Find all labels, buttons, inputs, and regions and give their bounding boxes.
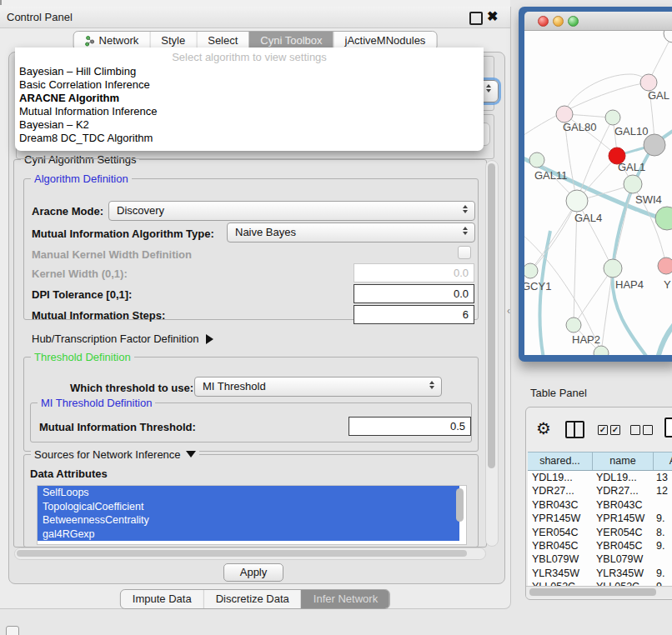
zoom-traffic-light-icon[interactable]: [568, 16, 579, 27]
algorithm-option[interactable]: Basic Correlation Inference: [15, 78, 484, 92]
table-cell: 9.: [652, 512, 672, 525]
network-window-titlebar[interactable]: [524, 12, 672, 31]
panel-divider-handle[interactable]: ‹: [507, 305, 510, 317]
network-node-gal1[interactable]: [624, 175, 642, 193]
table-cell: YLR345W: [528, 567, 592, 580]
network-node-hap4[interactable]: [604, 259, 622, 278]
network-node[interactable]: [594, 346, 609, 355]
column-header-1[interactable]: shared...: [528, 452, 593, 470]
node-label: GCY1: [524, 280, 551, 292]
gear-icon[interactable]: ⚙: [536, 419, 551, 438]
node-label: GAL80: [563, 121, 596, 133]
bottom-tab-infer-network[interactable]: Infer Network: [301, 590, 389, 608]
table-horizontal-scrollbar-thumb[interactable]: [529, 588, 656, 596]
data-attributes-label: Data Attributes: [30, 468, 108, 480]
network-node-gal[interactable]: [640, 74, 657, 91]
checked-checkbox-icon[interactable]: ✓: [610, 425, 620, 435]
attribute-item-selected[interactable]: BetweennessCentrality: [38, 513, 459, 528]
table-header-row: shared...nameA: [528, 452, 672, 471]
close-window-icon[interactable]: ✖: [487, 8, 498, 24]
settings-vertical-scrollbar[interactable]: [485, 160, 499, 547]
bottom-tab-discretize-data[interactable]: Discretize Data: [203, 590, 301, 608]
manual-kernel-checkbox[interactable]: [458, 246, 471, 259]
mi-type-label: Mutual Information Algorithm Type:: [32, 228, 214, 240]
settings-vertical-scrollbar-thumb[interactable]: [488, 163, 495, 468]
kernel-width-field[interactable]: 0.0: [354, 263, 474, 282]
column-header-2[interactable]: name: [593, 452, 654, 470]
network-edge[interactable]: [613, 185, 632, 268]
node-label: GAL11: [534, 169, 568, 182]
table-row[interactable]: YBL079WYBL079W: [528, 552, 672, 566]
table-cell: YDR27...: [592, 484, 652, 498]
attribute-item-selected[interactable]: TopologicalCoefficient: [38, 500, 459, 514]
mi-steps-field[interactable]: 6: [354, 305, 474, 324]
hub-definition-toggle[interactable]: Hub/Transcription Factor Definition: [32, 332, 213, 345]
network-node-y[interactable]: [658, 258, 672, 274]
table-cell: YLR345W: [592, 567, 652, 580]
network-edge[interactable]: [657, 319, 672, 355]
table-row[interactable]: YPR145WYPR145W9.: [528, 512, 672, 525]
table-row[interactable]: YDL19...YDL19...13: [528, 471, 672, 484]
document-icon[interactable]: [664, 418, 672, 438]
unchecked-checkbox-icon[interactable]: [643, 425, 653, 435]
network-node[interactable]: [664, 31, 672, 42]
table-row[interactable]: YBR045CYBR045C9.: [528, 539, 672, 552]
top-strip: [0, 0, 510, 7]
attribute-item-selected[interactable]: gal4RGexp: [38, 528, 459, 542]
dpi-tolerance-field[interactable]: 0.0: [354, 284, 474, 303]
attribute-item-selected[interactable]: SelfLoops: [38, 486, 459, 500]
table-row[interactable]: YER054CYER054C8.: [528, 526, 672, 539]
which-threshold-combobox[interactable]: MI Threshold: [194, 377, 442, 397]
columns-icon[interactable]: [565, 421, 584, 438]
table-cell: YER054C: [528, 526, 592, 539]
network-edge[interactable]: [601, 269, 613, 352]
data-attributes-list[interactable]: SelfLoopsTopologicalCoefficientBetweenne…: [37, 485, 467, 545]
checked-checkbox-icon[interactable]: ✓: [598, 425, 608, 435]
mi-threshold-legend: MI Threshold Definition: [38, 397, 155, 409]
which-threshold-label: Which threshold to use:: [70, 382, 193, 394]
table-toolbar: ⚙ ✓ ✓: [526, 414, 672, 446]
network-node-gcy1[interactable]: [524, 263, 538, 278]
algorithm-option[interactable]: ARACNE Algorithm: [15, 92, 484, 105]
mi-threshold-field[interactable]: 0.5: [349, 417, 471, 436]
network-edge[interactable]: [531, 202, 576, 270]
network-node-hap2[interactable]: [566, 318, 581, 332]
kernel-width-label: Kernel Width (0,1):: [32, 268, 128, 280]
sources-legend[interactable]: Sources for Network Inference: [31, 448, 199, 461]
table-row[interactable]: YBR043CYBR043C: [528, 498, 672, 512]
table-cell: YBL079W: [592, 552, 652, 566]
sources-legend-text: Sources for Network Inference: [34, 448, 181, 461]
bottom-tab-bar: Impute DataDiscretize DataInfer Network: [120, 589, 390, 609]
table-row[interactable]: YDR27...YDR27...12: [528, 484, 672, 498]
bottom-tab-impute-data[interactable]: Impute Data: [121, 590, 203, 608]
hub-definition-label: Hub/Transcription Factor Definition: [32, 332, 198, 345]
mi-steps-label: Mutual Information Steps:: [32, 309, 165, 322]
algorithm-option[interactable]: Mutual Information Inference: [15, 105, 484, 118]
network-node-gal4[interactable]: [566, 190, 588, 212]
minimize-traffic-light-icon[interactable]: [553, 16, 564, 27]
network-node-gal11[interactable]: [529, 152, 544, 168]
network-node-swi4[interactable]: [655, 207, 672, 230]
algorithm-option[interactable]: Dream8 DC_TDC Algorithm: [15, 132, 484, 145]
network-canvas[interactable]: GALGAL80GAL10GAL1GAL11SWI4GAL4GCY1HAP4YH…: [524, 31, 672, 355]
unchecked-checkbox-icon[interactable]: [630, 425, 640, 435]
close-traffic-light-icon[interactable]: [538, 16, 549, 27]
node-table: shared...nameA YDL19...YDL19...13YDR27..…: [528, 452, 672, 588]
list-scrollbar-thumb[interactable]: [456, 488, 464, 522]
application-window: Control Panel ✖ NetworkStyleSelectCyni T…: [0, 0, 672, 635]
table-horizontal-scrollbar[interactable]: [526, 586, 672, 598]
network-edge[interactable]: [577, 201, 612, 268]
table-row[interactable]: YLR345WYLR345W9.: [528, 567, 672, 580]
apply-button[interactable]: Apply: [223, 563, 283, 582]
aracne-mode-combobox[interactable]: Discovery: [108, 201, 475, 221]
settings-horizontal-scrollbar-thumb[interactable]: [17, 550, 467, 557]
algorithm-option[interactable]: Bayesian – Hill Climbing: [15, 65, 484, 78]
mi-type-combobox[interactable]: Naive Bayes: [227, 222, 475, 242]
network-node-gal10[interactable]: [605, 110, 620, 125]
network-node-gal80[interactable]: [556, 106, 573, 122]
column-header-3[interactable]: A: [654, 452, 672, 470]
settings-horizontal-scrollbar[interactable]: [14, 548, 486, 560]
corner-widget-icon[interactable]: [6, 626, 19, 635]
algorithm-option[interactable]: Bayesian – K2: [15, 118, 484, 132]
float-window-icon[interactable]: [469, 12, 483, 25]
